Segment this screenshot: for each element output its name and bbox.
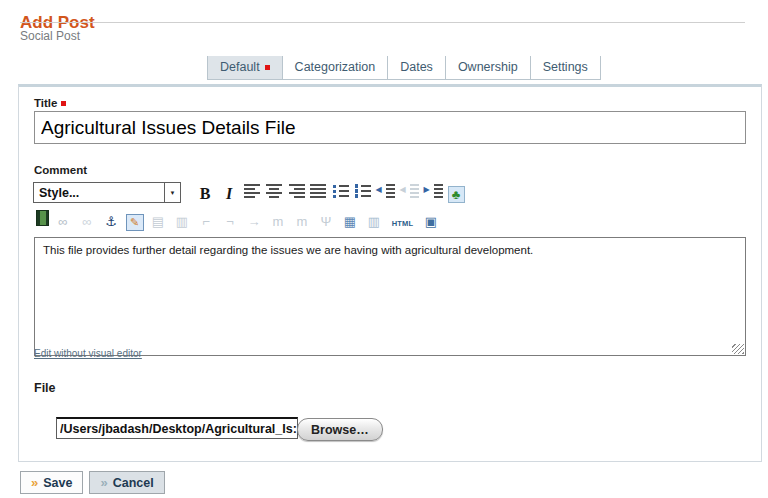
edit-without-visual-editor-link[interactable]: Edit without visual editor bbox=[34, 348, 142, 359]
table-column-icon: ▥ bbox=[173, 213, 192, 231]
cancel-button[interactable]: » Cancel bbox=[89, 471, 164, 494]
chevron-down-icon: ▼ bbox=[164, 183, 180, 202]
remove-column-icon: ¬ bbox=[221, 213, 240, 231]
anchor-icon[interactable]: ⚓ bbox=[102, 213, 121, 231]
title-field-label: Title bbox=[34, 97, 66, 109]
page-subtitle: Social Post bbox=[20, 29, 80, 43]
add-post-page: Add Post Social Post DefaultCategorizati… bbox=[0, 0, 768, 498]
cancel-arrow-icon: » bbox=[100, 476, 107, 489]
style-dropdown[interactable]: Style... ▼ bbox=[33, 182, 181, 203]
tab-label: Ownership bbox=[458, 60, 518, 74]
toolbar-row1-icons: BI bbox=[193, 182, 467, 203]
tab-categorization[interactable]: Categorization bbox=[282, 56, 388, 79]
insert-video-icon[interactable] bbox=[36, 210, 49, 226]
table-row-icon: ▤ bbox=[149, 213, 168, 231]
browse-button[interactable]: Browse… bbox=[297, 418, 383, 441]
save-button-label: Save bbox=[43, 476, 72, 490]
tab-bar: DefaultCategorizationDatesOwnershipSetti… bbox=[207, 56, 601, 80]
comment-field-label: Comment bbox=[34, 164, 87, 176]
add-column-icon: ⌐ bbox=[197, 213, 216, 231]
html-source-icon[interactable]: HTML bbox=[389, 215, 417, 233]
style-dropdown-value: Style... bbox=[34, 186, 164, 200]
tab-settings[interactable]: Settings bbox=[530, 56, 601, 79]
form-actions: » Save » Cancel bbox=[20, 471, 165, 494]
align-right-icon[interactable] bbox=[288, 182, 305, 199]
save-button[interactable]: » Save bbox=[20, 471, 83, 494]
toolbar-row2-icons: ∞∞⚓✎▤▥⌐¬→mmΨ▦▥HTML▣ bbox=[33, 210, 443, 233]
tab-label: Categorization bbox=[295, 60, 376, 74]
italic-button[interactable]: I bbox=[220, 185, 239, 203]
superscript-icon: m bbox=[293, 213, 312, 231]
bold-button[interactable]: B bbox=[196, 185, 215, 203]
editor-toolbar-row1: Style... ▼ BI bbox=[33, 182, 467, 203]
align-left-icon[interactable] bbox=[244, 182, 261, 199]
tab-label: Dates bbox=[400, 60, 433, 74]
tab-default[interactable]: Default bbox=[207, 56, 282, 79]
unlink-icon: ∞ bbox=[78, 213, 97, 231]
tab-label: Settings bbox=[543, 60, 588, 74]
insert-image-icon[interactable] bbox=[448, 186, 465, 203]
merge-cells-icon: → bbox=[245, 213, 264, 231]
comment-label-text: Comment bbox=[34, 164, 87, 176]
outdent-icon[interactable] bbox=[376, 182, 395, 199]
form-panel: Title Comment Style... ▼ BI ∞∞⚓✎▤▥⌐¬→mmΨ… bbox=[18, 84, 762, 462]
browse-button-label: Browse… bbox=[311, 423, 369, 437]
file-path-input[interactable] bbox=[56, 417, 298, 439]
link-icon: ∞ bbox=[54, 213, 73, 231]
subscript-icon: m bbox=[269, 213, 288, 231]
header-divider bbox=[20, 22, 745, 23]
cancel-button-label: Cancel bbox=[113, 476, 154, 490]
align-center-icon[interactable] bbox=[266, 182, 283, 199]
tab-ownership[interactable]: Ownership bbox=[445, 56, 530, 79]
bullet-list-icon[interactable] bbox=[332, 182, 349, 199]
title-label-text: Title bbox=[34, 97, 57, 109]
justify-icon[interactable] bbox=[310, 182, 327, 199]
insert-table-icon[interactable]: ▦ bbox=[341, 213, 360, 231]
tab-dates[interactable]: Dates bbox=[387, 56, 445, 79]
editor-toolbar-row2: ∞∞⚓✎▤▥⌐¬→mmΨ▦▥HTML▣ bbox=[33, 210, 443, 233]
table-style-icon[interactable]: ▥ bbox=[365, 213, 384, 231]
resize-grip-icon[interactable] bbox=[732, 344, 744, 354]
tab-label: Default bbox=[220, 60, 260, 74]
file-field-label: File bbox=[34, 381, 56, 395]
special-char-icon: Ψ bbox=[317, 213, 336, 231]
indent-disabled-icon bbox=[400, 182, 419, 199]
edit-note-icon[interactable]: ✎ bbox=[126, 214, 144, 231]
file-label-text: File bbox=[34, 381, 56, 395]
save-arrow-icon: » bbox=[31, 476, 38, 489]
fullscreen-icon[interactable]: ▣ bbox=[422, 213, 441, 231]
required-indicator bbox=[61, 101, 66, 106]
title-input[interactable] bbox=[34, 111, 746, 144]
indent-icon[interactable] bbox=[424, 182, 443, 199]
required-indicator bbox=[265, 65, 270, 70]
comment-editor-area[interactable]: This file provides further detail regard… bbox=[34, 237, 746, 344]
numbered-list-icon[interactable] bbox=[354, 182, 371, 199]
